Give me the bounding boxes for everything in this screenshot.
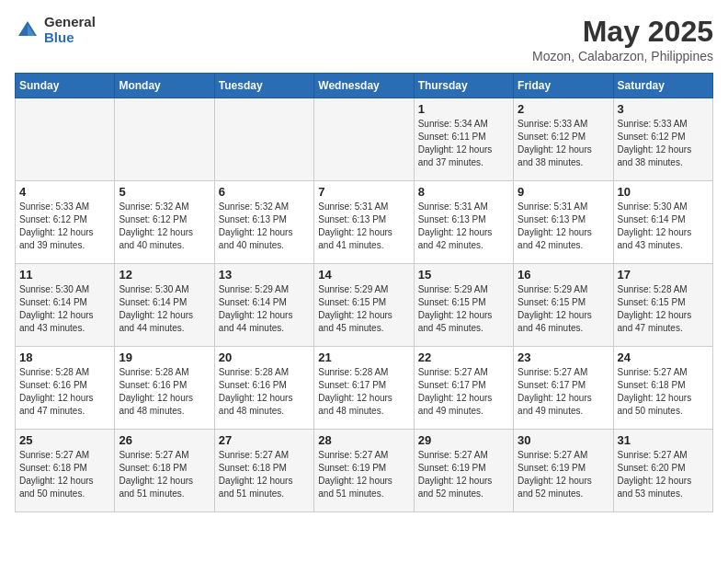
calendar-cell: 14Sunrise: 5:29 AM Sunset: 6:15 PM Dayli…: [314, 264, 414, 347]
day-number: 26: [119, 433, 210, 447]
day-info: Sunrise: 5:27 AM Sunset: 6:18 PM Dayligh…: [119, 449, 210, 500]
calendar-cell: 9Sunrise: 5:31 AM Sunset: 6:13 PM Daylig…: [514, 181, 613, 264]
day-info: Sunrise: 5:27 AM Sunset: 6:20 PM Dayligh…: [618, 449, 709, 500]
day-number: 11: [19, 268, 110, 282]
day-info: Sunrise: 5:29 AM Sunset: 6:14 PM Dayligh…: [219, 283, 310, 335]
day-number: 21: [318, 350, 409, 364]
logo-blue: Blue: [44, 30, 96, 46]
header-day: Tuesday: [214, 74, 313, 98]
day-info: Sunrise: 5:28 AM Sunset: 6:16 PM Dayligh…: [119, 366, 210, 418]
day-number: 14: [318, 268, 409, 282]
day-number: 30: [518, 433, 609, 447]
calendar-cell: 1Sunrise: 5:34 AM Sunset: 6:11 PM Daylig…: [414, 98, 513, 181]
logo: General Blue: [15, 15, 96, 45]
day-info: Sunrise: 5:28 AM Sunset: 6:16 PM Dayligh…: [19, 366, 110, 418]
day-info: Sunrise: 5:33 AM Sunset: 6:12 PM Dayligh…: [19, 201, 110, 252]
calendar-cell: 4Sunrise: 5:33 AM Sunset: 6:12 PM Daylig…: [16, 181, 115, 264]
day-number: 31: [618, 433, 709, 447]
calendar-week: 18Sunrise: 5:28 AM Sunset: 6:16 PM Dayli…: [16, 347, 713, 430]
calendar-cell: 11Sunrise: 5:30 AM Sunset: 6:14 PM Dayli…: [16, 264, 115, 347]
day-number: 2: [518, 102, 609, 116]
day-number: 7: [318, 185, 409, 199]
calendar-cell: 16Sunrise: 5:29 AM Sunset: 6:15 PM Dayli…: [514, 264, 613, 347]
day-info: Sunrise: 5:32 AM Sunset: 6:12 PM Dayligh…: [119, 201, 210, 252]
day-number: 28: [318, 433, 409, 447]
day-number: 27: [219, 433, 310, 447]
day-info: Sunrise: 5:27 AM Sunset: 6:18 PM Dayligh…: [618, 366, 709, 418]
day-number: 6: [219, 185, 310, 199]
day-number: 23: [518, 350, 609, 364]
calendar-cell: 23Sunrise: 5:27 AM Sunset: 6:17 PM Dayli…: [514, 347, 613, 430]
calendar-cell: 13Sunrise: 5:29 AM Sunset: 6:14 PM Dayli…: [214, 264, 313, 347]
calendar-cell: 12Sunrise: 5:30 AM Sunset: 6:14 PM Dayli…: [115, 264, 214, 347]
calendar-cell: 7Sunrise: 5:31 AM Sunset: 6:13 PM Daylig…: [314, 181, 414, 264]
logo-icon: [15, 17, 40, 43]
calendar-cell: 29Sunrise: 5:27 AM Sunset: 6:19 PM Dayli…: [414, 430, 513, 512]
calendar-cell: 19Sunrise: 5:28 AM Sunset: 6:16 PM Dayli…: [115, 347, 214, 430]
day-info: Sunrise: 5:30 AM Sunset: 6:14 PM Dayligh…: [19, 283, 110, 335]
header-day: Friday: [514, 74, 613, 98]
calendar-cell: [16, 98, 115, 181]
day-number: 22: [418, 350, 509, 364]
day-number: 10: [618, 185, 709, 199]
day-number: 24: [618, 350, 709, 364]
day-number: 5: [119, 185, 210, 199]
day-number: 29: [418, 433, 509, 447]
day-info: Sunrise: 5:29 AM Sunset: 6:15 PM Dayligh…: [418, 283, 509, 335]
calendar-cell: [115, 98, 214, 181]
main-title: May 2025: [532, 15, 713, 49]
day-number: 3: [618, 102, 709, 116]
day-info: Sunrise: 5:34 AM Sunset: 6:11 PM Dayligh…: [418, 118, 509, 169]
calendar-week: 11Sunrise: 5:30 AM Sunset: 6:14 PM Dayli…: [16, 264, 713, 347]
day-info: Sunrise: 5:29 AM Sunset: 6:15 PM Dayligh…: [318, 283, 409, 335]
day-info: Sunrise: 5:28 AM Sunset: 6:15 PM Dayligh…: [618, 283, 709, 335]
calendar-cell: 15Sunrise: 5:29 AM Sunset: 6:15 PM Dayli…: [414, 264, 513, 347]
day-info: Sunrise: 5:32 AM Sunset: 6:13 PM Dayligh…: [219, 201, 310, 252]
calendar-cell: 30Sunrise: 5:27 AM Sunset: 6:19 PM Dayli…: [514, 430, 613, 512]
calendar-week: 4Sunrise: 5:33 AM Sunset: 6:12 PM Daylig…: [16, 181, 713, 264]
header-day: Wednesday: [314, 74, 414, 98]
day-info: Sunrise: 5:27 AM Sunset: 6:19 PM Dayligh…: [418, 449, 509, 500]
subtitle: Mozon, Calabarzon, Philippines: [532, 49, 713, 63]
day-info: Sunrise: 5:27 AM Sunset: 6:18 PM Dayligh…: [19, 449, 110, 500]
title-area: May 2025 Mozon, Calabarzon, Philippines: [532, 15, 713, 63]
calendar-cell: 5Sunrise: 5:32 AM Sunset: 6:12 PM Daylig…: [115, 181, 214, 264]
day-info: Sunrise: 5:27 AM Sunset: 6:18 PM Dayligh…: [219, 449, 310, 500]
calendar-body: 1Sunrise: 5:34 AM Sunset: 6:11 PM Daylig…: [16, 98, 713, 512]
calendar-cell: 10Sunrise: 5:30 AM Sunset: 6:14 PM Dayli…: [613, 181, 712, 264]
day-info: Sunrise: 5:31 AM Sunset: 6:13 PM Dayligh…: [518, 201, 609, 252]
day-number: 20: [219, 350, 310, 364]
calendar-cell: 18Sunrise: 5:28 AM Sunset: 6:16 PM Dayli…: [16, 347, 115, 430]
calendar-header: SundayMondayTuesdayWednesdayThursdayFrid…: [16, 74, 713, 98]
calendar-cell: 17Sunrise: 5:28 AM Sunset: 6:15 PM Dayli…: [613, 264, 712, 347]
calendar-cell: 20Sunrise: 5:28 AM Sunset: 6:16 PM Dayli…: [214, 347, 313, 430]
calendar-cell: 2Sunrise: 5:33 AM Sunset: 6:12 PM Daylig…: [514, 98, 613, 181]
day-number: 4: [19, 185, 110, 199]
calendar-cell: 8Sunrise: 5:31 AM Sunset: 6:13 PM Daylig…: [414, 181, 513, 264]
calendar-cell: 25Sunrise: 5:27 AM Sunset: 6:18 PM Dayli…: [16, 430, 115, 512]
calendar-cell: 6Sunrise: 5:32 AM Sunset: 6:13 PM Daylig…: [214, 181, 313, 264]
calendar-cell: 3Sunrise: 5:33 AM Sunset: 6:12 PM Daylig…: [613, 98, 712, 181]
calendar-cell: 24Sunrise: 5:27 AM Sunset: 6:18 PM Dayli…: [613, 347, 712, 430]
header-day: Saturday: [613, 74, 712, 98]
logo-text: General Blue: [44, 15, 96, 45]
day-number: 9: [518, 185, 609, 199]
calendar-table: SundayMondayTuesdayWednesdayThursdayFrid…: [15, 73, 713, 512]
day-info: Sunrise: 5:27 AM Sunset: 6:19 PM Dayligh…: [518, 449, 609, 500]
day-info: Sunrise: 5:31 AM Sunset: 6:13 PM Dayligh…: [318, 201, 409, 252]
day-info: Sunrise: 5:33 AM Sunset: 6:12 PM Dayligh…: [618, 118, 709, 169]
calendar-cell: 22Sunrise: 5:27 AM Sunset: 6:17 PM Dayli…: [414, 347, 513, 430]
calendar-cell: 28Sunrise: 5:27 AM Sunset: 6:19 PM Dayli…: [314, 430, 414, 512]
calendar-cell: [214, 98, 313, 181]
day-info: Sunrise: 5:28 AM Sunset: 6:17 PM Dayligh…: [318, 366, 409, 418]
calendar-week: 1Sunrise: 5:34 AM Sunset: 6:11 PM Daylig…: [16, 98, 713, 181]
calendar-cell: 27Sunrise: 5:27 AM Sunset: 6:18 PM Dayli…: [214, 430, 313, 512]
day-info: Sunrise: 5:30 AM Sunset: 6:14 PM Dayligh…: [119, 283, 210, 335]
day-number: 17: [618, 268, 709, 282]
day-info: Sunrise: 5:30 AM Sunset: 6:14 PM Dayligh…: [618, 201, 709, 252]
day-info: Sunrise: 5:29 AM Sunset: 6:15 PM Dayligh…: [518, 283, 609, 335]
day-number: 1: [418, 102, 509, 116]
day-info: Sunrise: 5:27 AM Sunset: 6:17 PM Dayligh…: [418, 366, 509, 418]
header-day: Thursday: [414, 74, 513, 98]
calendar-week: 25Sunrise: 5:27 AM Sunset: 6:18 PM Dayli…: [16, 430, 713, 512]
